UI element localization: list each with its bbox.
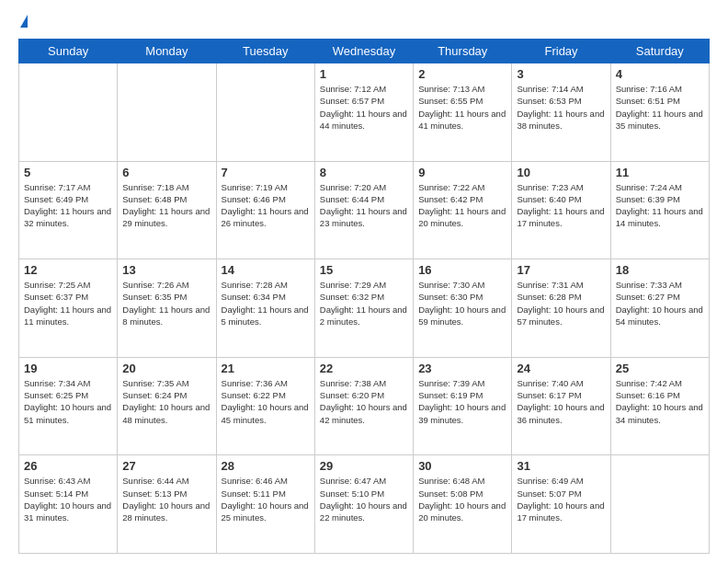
logo-triangle-icon (20, 15, 28, 28)
day-number: 6 (122, 166, 210, 179)
day-number: 12 (24, 263, 112, 277)
day-info: Sunrise: 7:31 AMSunset: 6:28 PMDaylight:… (517, 279, 605, 327)
day-info: Sunrise: 6:48 AMSunset: 5:08 PMDaylight:… (418, 475, 506, 523)
day-cell: 22Sunrise: 7:38 AMSunset: 6:20 PMDayligh… (314, 357, 413, 455)
day-cell: 2Sunrise: 7:13 AMSunset: 6:55 PMDaylight… (414, 63, 512, 162)
day-info: Sunrise: 7:20 AMSunset: 6:44 PMDaylight:… (320, 181, 408, 230)
weekday-header-wednesday: Wednesday (314, 40, 413, 63)
weekday-header-monday: Monday (118, 40, 216, 63)
day-number: 15 (320, 263, 408, 277)
day-info: Sunrise: 7:19 AMSunset: 6:46 PMDaylight:… (222, 181, 310, 230)
day-cell (216, 63, 314, 162)
day-info: Sunrise: 6:44 AMSunset: 5:13 PMDaylight:… (122, 475, 210, 523)
weekday-header-saturday: Saturday (610, 40, 709, 63)
day-cell: 12Sunrise: 7:25 AMSunset: 6:37 PMDayligh… (19, 259, 118, 358)
day-info: Sunrise: 7:13 AMSunset: 6:55 PMDaylight:… (418, 83, 506, 132)
day-cell: 30Sunrise: 6:48 AMSunset: 5:08 PMDayligh… (414, 455, 512, 554)
day-info: Sunrise: 7:23 AMSunset: 6:40 PMDaylight:… (517, 181, 605, 230)
day-number: 14 (222, 263, 310, 277)
day-number: 24 (517, 362, 605, 375)
day-cell: 20Sunrise: 7:35 AMSunset: 6:24 PMDayligh… (118, 357, 216, 455)
day-cell: 31Sunrise: 6:49 AMSunset: 5:07 PMDayligh… (512, 455, 610, 554)
day-number: 23 (418, 362, 506, 375)
weekday-header-sunday: Sunday (19, 40, 118, 63)
day-cell: 16Sunrise: 7:30 AMSunset: 6:30 PMDayligh… (414, 259, 512, 358)
day-cell: 14Sunrise: 7:28 AMSunset: 6:34 PMDayligh… (216, 259, 314, 358)
weekday-header-row: SundayMondayTuesdayWednesdayThursdayFrid… (19, 40, 710, 63)
day-cell: 18Sunrise: 7:33 AMSunset: 6:27 PMDayligh… (610, 259, 709, 358)
day-cell: 17Sunrise: 7:31 AMSunset: 6:28 PMDayligh… (512, 259, 610, 358)
logo (18, 15, 28, 29)
day-number: 7 (222, 166, 310, 179)
weekday-header-thursday: Thursday (414, 40, 512, 63)
day-number: 28 (222, 459, 310, 473)
day-info: Sunrise: 7:14 AMSunset: 6:53 PMDaylight:… (517, 83, 605, 132)
day-number: 31 (517, 459, 605, 473)
day-info: Sunrise: 7:29 AMSunset: 6:32 PMDaylight:… (320, 279, 408, 327)
day-cell: 7Sunrise: 7:19 AMSunset: 6:46 PMDaylight… (216, 161, 314, 259)
day-info: Sunrise: 7:18 AMSunset: 6:48 PMDaylight:… (122, 181, 210, 230)
day-info: Sunrise: 7:38 AMSunset: 6:20 PMDaylight:… (320, 377, 408, 426)
day-number: 22 (320, 362, 408, 375)
day-info: Sunrise: 6:46 AMSunset: 5:11 PMDaylight:… (222, 475, 310, 523)
weekday-header-friday: Friday (512, 40, 610, 63)
day-number: 11 (616, 166, 704, 179)
day-info: Sunrise: 7:17 AMSunset: 6:49 PMDaylight:… (24, 181, 112, 230)
day-info: Sunrise: 7:24 AMSunset: 6:39 PMDaylight:… (616, 181, 704, 230)
day-cell: 26Sunrise: 6:43 AMSunset: 5:14 PMDayligh… (19, 455, 118, 554)
day-info: Sunrise: 7:12 AMSunset: 6:57 PMDaylight:… (320, 83, 408, 132)
day-info: Sunrise: 7:28 AMSunset: 6:34 PMDaylight:… (222, 279, 310, 327)
day-number: 3 (517, 67, 605, 81)
day-cell (610, 455, 709, 554)
day-cell: 4Sunrise: 7:16 AMSunset: 6:51 PMDaylight… (610, 63, 709, 162)
day-cell: 6Sunrise: 7:18 AMSunset: 6:48 PMDaylight… (118, 161, 216, 259)
day-number: 2 (418, 67, 506, 81)
day-cell: 1Sunrise: 7:12 AMSunset: 6:57 PMDaylight… (314, 63, 413, 162)
calendar-table: SundayMondayTuesdayWednesdayThursdayFrid… (18, 39, 710, 554)
day-cell: 28Sunrise: 6:46 AMSunset: 5:11 PMDayligh… (216, 455, 314, 554)
day-cell: 25Sunrise: 7:42 AMSunset: 6:16 PMDayligh… (610, 357, 709, 455)
day-number: 29 (320, 459, 408, 473)
day-info: Sunrise: 7:42 AMSunset: 6:16 PMDaylight:… (616, 377, 704, 426)
week-row-2: 12Sunrise: 7:25 AMSunset: 6:37 PMDayligh… (19, 259, 710, 358)
day-cell (19, 63, 118, 162)
day-number: 4 (616, 67, 704, 81)
weekday-header-tuesday: Tuesday (216, 40, 314, 63)
day-number: 9 (418, 166, 506, 179)
day-number: 8 (320, 166, 408, 179)
day-cell: 10Sunrise: 7:23 AMSunset: 6:40 PMDayligh… (512, 161, 610, 259)
day-cell (118, 63, 216, 162)
day-cell: 9Sunrise: 7:22 AMSunset: 6:42 PMDaylight… (414, 161, 512, 259)
day-info: Sunrise: 7:22 AMSunset: 6:42 PMDaylight:… (418, 181, 506, 230)
day-number: 30 (418, 459, 506, 473)
day-number: 13 (122, 263, 210, 277)
day-info: Sunrise: 7:33 AMSunset: 6:27 PMDaylight:… (616, 279, 704, 327)
day-cell: 21Sunrise: 7:36 AMSunset: 6:22 PMDayligh… (216, 357, 314, 455)
page: SundayMondayTuesdayWednesdayThursdayFrid… (0, 0, 728, 563)
day-cell: 27Sunrise: 6:44 AMSunset: 5:13 PMDayligh… (118, 455, 216, 554)
day-cell: 19Sunrise: 7:34 AMSunset: 6:25 PMDayligh… (19, 357, 118, 455)
day-number: 16 (418, 263, 506, 277)
day-cell: 13Sunrise: 7:26 AMSunset: 6:35 PMDayligh… (118, 259, 216, 358)
day-info: Sunrise: 7:35 AMSunset: 6:24 PMDaylight:… (122, 377, 210, 426)
week-row-3: 19Sunrise: 7:34 AMSunset: 6:25 PMDayligh… (19, 357, 710, 455)
day-number: 21 (222, 362, 310, 375)
week-row-0: 1Sunrise: 7:12 AMSunset: 6:57 PMDaylight… (19, 63, 710, 162)
day-info: Sunrise: 7:26 AMSunset: 6:35 PMDaylight:… (122, 279, 210, 327)
day-number: 1 (320, 67, 408, 81)
week-row-1: 5Sunrise: 7:17 AMSunset: 6:49 PMDaylight… (19, 161, 710, 259)
day-cell: 11Sunrise: 7:24 AMSunset: 6:39 PMDayligh… (610, 161, 709, 259)
day-info: Sunrise: 7:25 AMSunset: 6:37 PMDaylight:… (24, 279, 112, 327)
day-cell: 8Sunrise: 7:20 AMSunset: 6:44 PMDaylight… (314, 161, 413, 259)
day-info: Sunrise: 6:43 AMSunset: 5:14 PMDaylight:… (24, 475, 112, 523)
day-cell: 24Sunrise: 7:40 AMSunset: 6:17 PMDayligh… (512, 357, 610, 455)
day-number: 5 (24, 166, 112, 179)
day-info: Sunrise: 6:49 AMSunset: 5:07 PMDaylight:… (517, 475, 605, 523)
day-cell: 23Sunrise: 7:39 AMSunset: 6:19 PMDayligh… (414, 357, 512, 455)
day-number: 18 (616, 263, 704, 277)
week-row-4: 26Sunrise: 6:43 AMSunset: 5:14 PMDayligh… (19, 455, 710, 554)
day-number: 19 (24, 362, 112, 375)
day-number: 26 (24, 459, 112, 473)
day-info: Sunrise: 7:30 AMSunset: 6:30 PMDaylight:… (418, 279, 506, 327)
day-number: 25 (616, 362, 704, 375)
